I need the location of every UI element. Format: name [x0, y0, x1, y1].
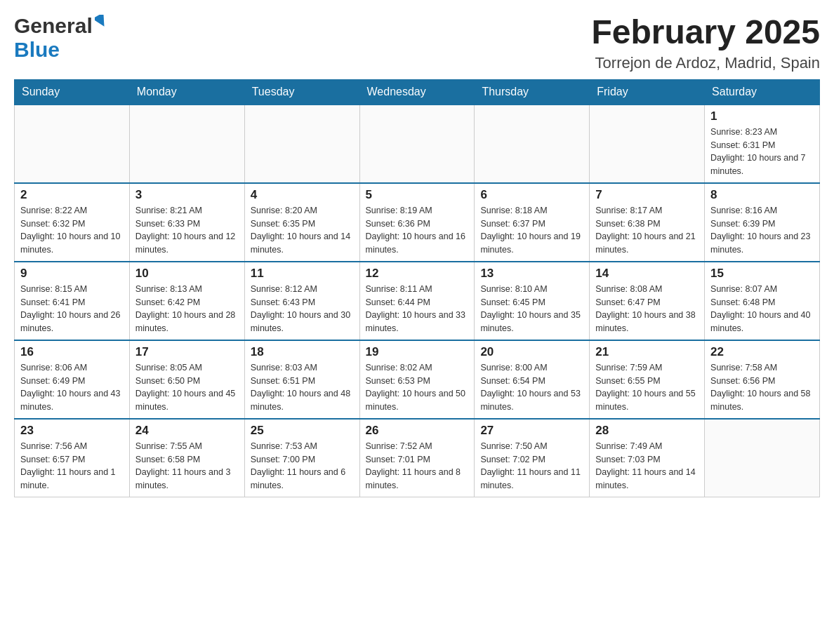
day-info: Sunrise: 8:23 AMSunset: 6:31 PMDaylight:… [710, 126, 814, 178]
calendar-day: 22Sunrise: 7:58 AMSunset: 6:56 PMDayligh… [705, 340, 820, 419]
calendar-week-row: 2Sunrise: 8:22 AMSunset: 6:32 PMDaylight… [15, 183, 820, 262]
logo-triangle-icon [95, 15, 107, 30]
day-info: Sunrise: 8:05 AMSunset: 6:50 PMDaylight:… [135, 361, 239, 414]
calendar-day: 18Sunrise: 8:03 AMSunset: 6:51 PMDayligh… [244, 340, 359, 419]
header-tuesday: Tuesday [244, 79, 359, 105]
calendar-header-row: Sunday Monday Tuesday Wednesday Thursday… [15, 79, 820, 105]
calendar-day: 16Sunrise: 8:06 AMSunset: 6:49 PMDayligh… [15, 340, 130, 419]
day-number: 18 [251, 345, 354, 359]
calendar-day: 2Sunrise: 8:22 AMSunset: 6:32 PMDaylight… [15, 183, 130, 262]
calendar-day: 5Sunrise: 8:19 AMSunset: 6:36 PMDaylight… [359, 183, 475, 262]
header-monday: Monday [129, 79, 244, 105]
logo: General Blue [14, 14, 107, 62]
day-number: 22 [710, 345, 814, 359]
header-sunday: Sunday [15, 79, 130, 105]
calendar-day: 1Sunrise: 8:23 AMSunset: 6:31 PMDaylight… [705, 105, 820, 183]
day-number: 26 [366, 424, 469, 438]
calendar-day: 4Sunrise: 8:20 AMSunset: 6:35 PMDaylight… [244, 183, 359, 262]
day-info: Sunrise: 7:59 AMSunset: 6:55 PMDaylight:… [595, 361, 699, 414]
day-number: 7 [595, 188, 699, 202]
day-info: Sunrise: 8:21 AMSunset: 6:33 PMDaylight:… [135, 204, 239, 257]
day-number: 4 [251, 188, 354, 202]
day-number: 14 [595, 267, 699, 281]
calendar-day: 14Sunrise: 8:08 AMSunset: 6:47 PMDayligh… [590, 262, 705, 340]
day-info: Sunrise: 7:53 AMSunset: 7:00 PMDaylight:… [251, 440, 354, 492]
day-info: Sunrise: 7:49 AMSunset: 7:03 PMDaylight:… [595, 440, 699, 492]
day-info: Sunrise: 8:11 AMSunset: 6:44 PMDaylight:… [366, 283, 469, 335]
day-info: Sunrise: 8:19 AMSunset: 6:36 PMDaylight:… [366, 204, 469, 257]
page-header: General Blue February 2025 Torrejon de A… [14, 14, 820, 72]
day-info: Sunrise: 8:02 AMSunset: 6:53 PMDaylight:… [366, 361, 469, 414]
calendar-day: 23Sunrise: 7:56 AMSunset: 6:57 PMDayligh… [15, 419, 130, 497]
day-info: Sunrise: 8:20 AMSunset: 6:35 PMDaylight:… [251, 204, 354, 257]
day-number: 23 [20, 424, 124, 438]
day-number: 17 [135, 345, 239, 359]
calendar-day [359, 105, 475, 183]
day-number: 8 [710, 188, 814, 202]
calendar-day: 7Sunrise: 8:17 AMSunset: 6:38 PMDaylight… [590, 183, 705, 262]
calendar-day: 17Sunrise: 8:05 AMSunset: 6:50 PMDayligh… [129, 340, 244, 419]
calendar-day: 3Sunrise: 8:21 AMSunset: 6:33 PMDaylight… [129, 183, 244, 262]
day-info: Sunrise: 8:12 AMSunset: 6:43 PMDaylight:… [251, 283, 354, 335]
day-info: Sunrise: 8:13 AMSunset: 6:42 PMDaylight:… [135, 283, 239, 335]
day-number: 11 [251, 267, 354, 281]
calendar-day [15, 105, 130, 183]
day-info: Sunrise: 7:52 AMSunset: 7:01 PMDaylight:… [366, 440, 469, 492]
day-number: 27 [480, 424, 583, 438]
day-info: Sunrise: 8:08 AMSunset: 6:47 PMDaylight:… [595, 283, 699, 335]
calendar-day [590, 105, 705, 183]
day-info: Sunrise: 8:17 AMSunset: 6:38 PMDaylight:… [595, 204, 699, 257]
day-number: 3 [135, 188, 239, 202]
title-section: February 2025 Torrejon de Ardoz, Madrid,… [591, 14, 820, 72]
calendar-week-row: 23Sunrise: 7:56 AMSunset: 6:57 PMDayligh… [15, 419, 820, 497]
day-number: 12 [366, 267, 469, 281]
day-info: Sunrise: 7:55 AMSunset: 6:58 PMDaylight:… [135, 440, 239, 492]
day-number: 19 [366, 345, 469, 359]
day-info: Sunrise: 8:03 AMSunset: 6:51 PMDaylight:… [251, 361, 354, 414]
logo-general-text: General [14, 14, 93, 38]
header-saturday: Saturday [705, 79, 820, 105]
day-info: Sunrise: 8:16 AMSunset: 6:39 PMDaylight:… [710, 204, 814, 257]
day-number: 20 [480, 345, 583, 359]
day-number: 6 [480, 188, 583, 202]
calendar-day: 6Sunrise: 8:18 AMSunset: 6:37 PMDaylight… [475, 183, 590, 262]
calendar-week-row: 16Sunrise: 8:06 AMSunset: 6:49 PMDayligh… [15, 340, 820, 419]
day-number: 15 [710, 267, 814, 281]
calendar-day: 11Sunrise: 8:12 AMSunset: 6:43 PMDayligh… [244, 262, 359, 340]
header-thursday: Thursday [475, 79, 590, 105]
day-number: 13 [480, 267, 583, 281]
calendar-day [705, 419, 820, 497]
day-number: 1 [710, 109, 814, 123]
calendar-title: February 2025 [591, 14, 820, 51]
day-info: Sunrise: 7:50 AMSunset: 7:02 PMDaylight:… [480, 440, 583, 492]
day-info: Sunrise: 8:22 AMSunset: 6:32 PMDaylight:… [20, 204, 124, 257]
day-number: 16 [20, 345, 124, 359]
day-info: Sunrise: 8:00 AMSunset: 6:54 PMDaylight:… [480, 361, 583, 414]
calendar-subtitle: Torrejon de Ardoz, Madrid, Spain [591, 54, 820, 72]
calendar-day: 19Sunrise: 8:02 AMSunset: 6:53 PMDayligh… [359, 340, 475, 419]
calendar-day: 10Sunrise: 8:13 AMSunset: 6:42 PMDayligh… [129, 262, 244, 340]
calendar-day: 8Sunrise: 8:16 AMSunset: 6:39 PMDaylight… [705, 183, 820, 262]
calendar-week-row: 9Sunrise: 8:15 AMSunset: 6:41 PMDaylight… [15, 262, 820, 340]
day-number: 24 [135, 424, 239, 438]
calendar-day: 21Sunrise: 7:59 AMSunset: 6:55 PMDayligh… [590, 340, 705, 419]
day-info: Sunrise: 7:58 AMSunset: 6:56 PMDaylight:… [710, 361, 814, 414]
day-number: 2 [20, 188, 124, 202]
svg-marker-0 [95, 15, 107, 27]
day-number: 25 [251, 424, 354, 438]
header-friday: Friday [590, 79, 705, 105]
day-number: 5 [366, 188, 469, 202]
calendar-day: 28Sunrise: 7:49 AMSunset: 7:03 PMDayligh… [590, 419, 705, 497]
day-info: Sunrise: 8:10 AMSunset: 6:45 PMDaylight:… [480, 283, 583, 335]
day-info: Sunrise: 7:56 AMSunset: 6:57 PMDaylight:… [20, 440, 124, 492]
calendar-table: Sunday Monday Tuesday Wednesday Thursday… [14, 79, 820, 497]
calendar-day: 13Sunrise: 8:10 AMSunset: 6:45 PMDayligh… [475, 262, 590, 340]
calendar-day: 15Sunrise: 8:07 AMSunset: 6:48 PMDayligh… [705, 262, 820, 340]
day-number: 28 [595, 424, 699, 438]
day-info: Sunrise: 8:06 AMSunset: 6:49 PMDaylight:… [20, 361, 124, 414]
calendar-day: 25Sunrise: 7:53 AMSunset: 7:00 PMDayligh… [244, 419, 359, 497]
calendar-day [475, 105, 590, 183]
calendar-day: 26Sunrise: 7:52 AMSunset: 7:01 PMDayligh… [359, 419, 475, 497]
day-info: Sunrise: 8:07 AMSunset: 6:48 PMDaylight:… [710, 283, 814, 335]
calendar-day: 27Sunrise: 7:50 AMSunset: 7:02 PMDayligh… [475, 419, 590, 497]
